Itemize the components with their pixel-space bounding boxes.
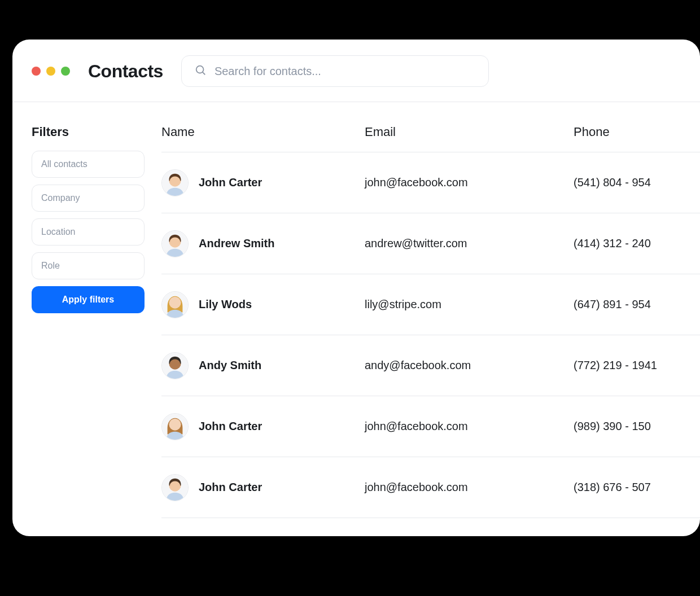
table-row[interactable]: John Carter john@facebook.com (318) 676 …: [161, 457, 700, 518]
contact-email: lily@stripe.com: [365, 298, 574, 311]
apply-filters-button[interactable]: Apply filters: [32, 286, 145, 313]
cell-name: John Carter: [161, 413, 365, 440]
contact-phone: (318) 676 - 507: [574, 481, 700, 494]
filter-role[interactable]: Role: [32, 252, 145, 279]
table-row[interactable]: John Carter john@facebook.com (541) 804 …: [161, 152, 700, 213]
contact-name: John Carter: [199, 481, 262, 494]
contact-email: andrew@twitter.com: [365, 237, 574, 250]
cell-name: Andy Smith: [161, 352, 365, 379]
table-row[interactable]: Lily Wods lily@stripe.com (647) 891 - 95…: [161, 274, 700, 335]
search-icon: [194, 64, 207, 78]
contact-name: Andy Smith: [199, 359, 261, 372]
contact-phone: (647) 891 - 954: [574, 298, 700, 311]
column-header-name: Name: [161, 125, 365, 139]
avatar: [161, 413, 189, 440]
table-row[interactable]: John Carter john@facebook.com (989) 390 …: [161, 396, 700, 457]
minimize-icon[interactable]: [46, 67, 55, 76]
cell-name: Lily Wods: [161, 291, 365, 318]
cell-name: Andrew Smith: [161, 230, 365, 257]
cell-name: John Carter: [161, 474, 365, 501]
content-body: Filters All contacts Company Location Ro…: [12, 102, 700, 536]
search-box[interactable]: [181, 55, 489, 87]
filter-all-contacts[interactable]: All contacts: [32, 151, 145, 178]
contact-phone: (772) 219 - 1941: [574, 359, 700, 372]
contact-name: Andrew Smith: [199, 237, 274, 250]
contact-email: john@facebook.com: [365, 176, 574, 189]
close-icon[interactable]: [32, 67, 41, 76]
contact-email: john@facebook.com: [365, 420, 574, 433]
avatar: [161, 230, 189, 257]
window-controls: [32, 67, 70, 76]
svg-point-7: [169, 296, 181, 308]
contact-phone: (989) 390 - 150: [574, 420, 700, 433]
table-row[interactable]: Andy Smith andy@facebook.com (772) 219 -…: [161, 335, 700, 396]
contact-name: John Carter: [199, 420, 262, 433]
contacts-table: Name Email Phone John Carter john@facebo…: [161, 125, 700, 536]
avatar: [161, 474, 189, 501]
app-window: Contacts Filters All contacts Company Lo…: [12, 40, 700, 536]
cell-name: John Carter: [161, 169, 365, 196]
filter-company[interactable]: Company: [32, 185, 145, 212]
avatar: [161, 169, 189, 196]
contact-name: Lily Wods: [199, 298, 252, 311]
page-title: Contacts: [88, 61, 163, 82]
filter-location[interactable]: Location: [32, 218, 145, 246]
filters-title: Filters: [32, 125, 161, 139]
contact-phone: (541) 804 - 954: [574, 176, 700, 189]
search-input[interactable]: [215, 65, 476, 78]
contact-name: John Carter: [199, 176, 262, 189]
maximize-icon[interactable]: [61, 67, 70, 76]
avatar: [161, 291, 189, 318]
column-header-phone: Phone: [574, 125, 700, 139]
svg-line-1: [203, 72, 205, 74]
column-header-email: Email: [365, 125, 574, 139]
contact-email: john@facebook.com: [365, 481, 574, 494]
top-bar: Contacts: [12, 40, 700, 102]
svg-point-11: [169, 418, 181, 430]
contact-email: andy@facebook.com: [365, 359, 574, 372]
filters-panel: Filters All contacts Company Location Ro…: [32, 125, 161, 536]
contact-phone: (414) 312 - 240: [574, 237, 700, 250]
avatar: [161, 352, 189, 379]
svg-point-0: [196, 66, 204, 73]
table-row[interactable]: Andrew Smith andrew@twitter.com (414) 31…: [161, 213, 700, 274]
table-body: John Carter john@facebook.com (541) 804 …: [161, 152, 700, 518]
table-header: Name Email Phone: [161, 125, 700, 152]
